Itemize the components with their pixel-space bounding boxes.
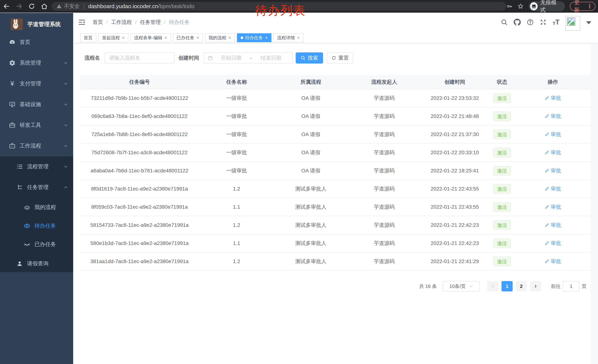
table-row: 725a1eb6-7b88-11ec-8ef0-acde48001122 一级审… xyxy=(80,125,590,144)
github-icon[interactable] xyxy=(514,19,521,26)
chevron-down-icon xyxy=(64,81,68,86)
sidebar-item-infrastructure[interactable]: 基础设施 xyxy=(0,94,73,115)
goto-page-input[interactable] xyxy=(563,281,580,291)
approve-button[interactable]: 审批 xyxy=(544,131,561,138)
avatar-dropdown-icon[interactable] xyxy=(586,21,591,24)
cell-task-id: a6aba0a4-7b6d-11ec-b781-acde48001122 xyxy=(80,162,199,180)
sidebar-toggle-icon[interactable] xyxy=(78,18,86,26)
cell-create-time: 2022-01-22 21:37:30 xyxy=(421,125,489,144)
bookmark-star-icon[interactable] xyxy=(517,3,524,9)
eye-icon xyxy=(24,223,30,229)
search-button[interactable]: 搜索 xyxy=(296,52,323,64)
breadcrumb-task-management[interactable]: 任务管理 xyxy=(140,19,161,26)
tab-close-icon[interactable]: × xyxy=(197,36,199,40)
approve-button[interactable]: 审批 xyxy=(544,167,561,174)
sidebar-item-done-tasks[interactable]: 已办任务 xyxy=(0,235,73,254)
key-icon[interactable] xyxy=(506,3,513,9)
tab-close-icon[interactable]: × xyxy=(165,36,167,40)
breadcrumb-home[interactable]: 首页 xyxy=(93,19,103,26)
sidebar-item-workflow[interactable]: 工作流程 xyxy=(0,136,73,156)
security-chip[interactable]: 不安全 xyxy=(56,3,80,10)
cell-task-id: 725a1eb6-7b88-11ec-8ef0-acde48001122 xyxy=(80,125,199,144)
approve-button[interactable]: 审批 xyxy=(544,185,561,192)
tab[interactable]: 我的流程 × xyxy=(205,33,235,42)
url-host: dashboard.yudao.iocoder.cn xyxy=(88,3,158,9)
scrollbar-gutter[interactable] xyxy=(590,44,598,364)
sidebar-item-process-management[interactable]: 流程管理 xyxy=(0,156,73,177)
sidebar-item-payment[interactable]: ¥ 支付管理 xyxy=(0,73,73,94)
tab[interactable]: 待办任务 × xyxy=(237,33,271,42)
approve-button[interactable]: 审批 xyxy=(544,113,561,120)
tab[interactable]: 发起流程 × xyxy=(98,33,128,42)
reload-icon[interactable] xyxy=(28,3,35,10)
calendar-icon xyxy=(208,55,213,61)
sidebar-item-leave-query[interactable]: 请假查询 xyxy=(0,253,73,274)
cell-create-time: 2022-01-21 22:43:55 xyxy=(421,198,489,216)
sidebar-item-system[interactable]: 系统管理 xyxy=(0,53,73,73)
page-size-select[interactable]: 10条/页 xyxy=(443,281,480,291)
home-icon[interactable] xyxy=(41,3,48,10)
chevron-down-icon xyxy=(64,61,68,65)
page-button-2[interactable]: 2 xyxy=(516,281,527,291)
font-size-icon[interactable]: TT xyxy=(553,18,559,26)
cell-task-id: 381aa1dd-7ac8-11ec-a9e2-a2380e71991a xyxy=(80,252,199,270)
sidebar-item-home[interactable]: 首页 xyxy=(0,32,73,53)
reset-button[interactable]: 重置 xyxy=(327,52,353,64)
tab-close-icon[interactable]: × xyxy=(297,36,300,40)
start-date-placeholder[interactable]: 开始日期 xyxy=(213,54,249,61)
avatar[interactable] xyxy=(565,16,580,31)
approve-button[interactable]: 审批 xyxy=(544,258,561,265)
edit-icon xyxy=(544,114,549,119)
approve-button[interactable]: 审批 xyxy=(544,203,561,210)
col-task-name: 任务名称 xyxy=(199,75,274,89)
fullscreen-icon[interactable] xyxy=(540,19,547,26)
tab[interactable]: 流程详情 × xyxy=(274,33,303,42)
forward-icon[interactable] xyxy=(16,3,23,10)
tab-close-icon[interactable]: × xyxy=(265,36,268,40)
total-count: 共 16 条 xyxy=(419,283,437,290)
incognito-label: 无痕模式 xyxy=(540,0,560,14)
tab[interactable]: 已办任务 × xyxy=(173,33,203,42)
update-menu-button[interactable]: 更新 ⋮ xyxy=(570,2,595,11)
tab[interactable]: 流程表单-编辑 × xyxy=(130,33,171,42)
breadcrumb-workflow[interactable]: 工作流程 xyxy=(111,19,132,26)
sidebar-item-task-management[interactable]: 任务管理 xyxy=(0,177,73,198)
cell-task-id: 58154733-7ac8-11ec-a9e2-a2380e71991a xyxy=(80,216,199,234)
cell-process: OA 请假 xyxy=(274,162,348,180)
status-badge: 激活 xyxy=(493,257,511,266)
chevron-up-icon xyxy=(64,144,68,148)
sidebar-item-my-process[interactable]: 我的流程 xyxy=(0,198,73,217)
cell-task-name: 1.2 xyxy=(199,252,274,270)
process-name-input[interactable] xyxy=(105,52,175,64)
browser-menu-icon[interactable]: ⋮ xyxy=(587,4,592,9)
incognito-icon xyxy=(530,2,538,10)
date-range-picker[interactable]: 开始日期 - 结束日期 xyxy=(204,52,293,64)
end-date-placeholder[interactable]: 结束日期 xyxy=(253,54,289,61)
cell-process: 测试多审批人 xyxy=(274,234,348,252)
url-path: /bpm/task/todo xyxy=(158,3,194,9)
tab-close-icon[interactable]: × xyxy=(122,36,125,40)
approve-button[interactable]: 审批 xyxy=(544,95,561,102)
browser-actions: 无痕模式 更新 ⋮ xyxy=(506,1,598,11)
cell-task-name: 1.2 xyxy=(199,216,274,234)
next-page-button[interactable] xyxy=(530,281,541,291)
cell-process: OA 请假 xyxy=(274,89,348,107)
process-name-label: 流程名 xyxy=(84,54,100,61)
app-logo-row[interactable]: 芋道管理系统 xyxy=(0,13,73,32)
cell-task-name: 一级审批 xyxy=(199,125,274,144)
search-icon[interactable] xyxy=(501,19,508,26)
tab-close-icon[interactable]: × xyxy=(229,36,231,40)
approve-button[interactable]: 审批 xyxy=(544,240,561,247)
approve-button[interactable]: 审批 xyxy=(544,149,561,156)
page-button-1[interactable]: 1 xyxy=(501,281,513,291)
tab[interactable]: 首页 xyxy=(80,33,96,42)
cell-create-time: 2022-01-22 21:48:48 xyxy=(421,107,489,125)
help-icon[interactable] xyxy=(527,19,534,26)
sidebar-item-todo-tasks[interactable]: 待办任务 xyxy=(0,217,73,235)
back-icon[interactable] xyxy=(3,3,10,10)
cell-task-id: 73211d9d-7b9b-11ec-b5b7-acde48001122 xyxy=(80,89,199,107)
task-table: 任务编号 任务名称 所属流程 流程发起人 创建时间 状态 操作 73211d9d… xyxy=(80,75,590,271)
prev-page-button[interactable] xyxy=(487,281,498,291)
sidebar-item-devtools[interactable]: 研发工具 xyxy=(0,115,73,136)
approve-button[interactable]: 审批 xyxy=(544,222,561,229)
